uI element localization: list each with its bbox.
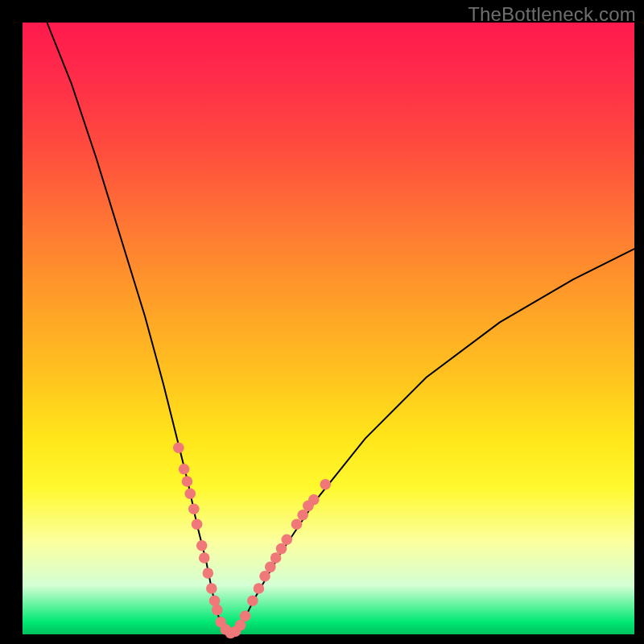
- data-marker: [179, 464, 190, 475]
- data-marker: [240, 610, 251, 621]
- data-marker: [212, 605, 223, 616]
- data-marker: [265, 562, 276, 573]
- marker-group: [173, 442, 331, 638]
- data-marker: [308, 494, 320, 506]
- data-marker: [254, 583, 265, 594]
- data-marker: [259, 571, 270, 582]
- data-marker: [199, 552, 210, 564]
- data-marker: [184, 488, 196, 499]
- data-marker: [196, 540, 208, 551]
- data-marker: [282, 534, 293, 545]
- data-marker: [188, 503, 200, 514]
- data-marker: [297, 510, 308, 521]
- data-marker: [291, 518, 303, 530]
- bottleneck-curve: [47, 23, 634, 634]
- curve-layer: [23, 23, 634, 634]
- chart-frame: TheBottleneck.com: [0, 0, 644, 644]
- data-marker: [276, 543, 287, 555]
- data-marker: [209, 595, 221, 606]
- data-marker: [203, 568, 214, 579]
- data-marker: [192, 518, 203, 530]
- data-marker: [270, 552, 282, 564]
- watermark-text: TheBottleneck.com: [468, 3, 636, 26]
- plot-area: [23, 23, 634, 634]
- data-marker: [247, 595, 258, 606]
- data-marker: [320, 479, 331, 490]
- data-marker: [182, 476, 193, 487]
- data-marker: [206, 583, 217, 594]
- data-marker: [173, 442, 184, 453]
